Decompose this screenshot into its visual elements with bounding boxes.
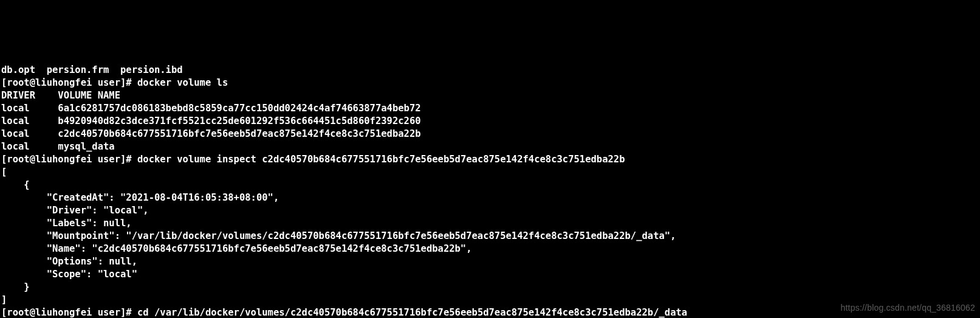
inspect-json: [ { "CreatedAt": "2021-08-04T16:05:38+08… (1, 167, 676, 305)
volume-ls-row: local mysql_data (1, 141, 115, 152)
volume-ls-header: DRIVER VOLUME NAME (1, 90, 120, 101)
volume-ls-row: local c2dc40570b684c677551716bfc7e56eeb5… (1, 128, 421, 139)
volume-ls-row: local 6a1c6281757dc086183bebd8c5859ca77c… (1, 103, 421, 114)
cmd-cd: cd /var/lib/docker/volumes/c2dc40570b684… (137, 307, 687, 318)
prompt-user: [root@liuhongfei user]# (1, 154, 137, 165)
watermark: https://blog.csdn.net/qq_36816062 (841, 302, 975, 314)
cmd-volume-ls: docker volume ls (137, 77, 228, 88)
volume-ls-row: local b4920940d82c3dce371fcf5521cc25de60… (1, 116, 421, 126)
cmd-volume-inspect: docker volume inspect c2dc40570b684c6775… (137, 154, 625, 165)
prompt-user: [root@liuhongfei user]# (1, 307, 137, 318)
prev-ls-partial: db.opt persion.frm persion.ibd (1, 64, 183, 75)
terminal-output[interactable]: db.opt persion.frm persion.ibd [root@liu… (0, 64, 980, 318)
prompt-user: [root@liuhongfei user]# (1, 77, 137, 88)
